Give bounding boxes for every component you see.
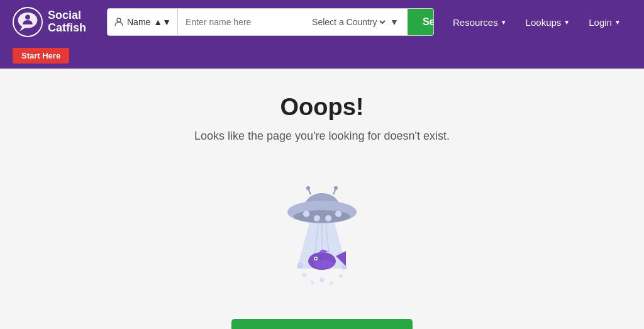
login-arrow: ▼: [614, 19, 621, 26]
svg-point-29: [319, 277, 325, 282]
country-select-dropdown[interactable]: Select a Country United States United Ki…: [309, 16, 387, 28]
error-subtitle: Looks like the page you're looking for d…: [194, 130, 450, 143]
ufo-illustration: [259, 162, 385, 294]
back-to-home-button[interactable]: Back to Home Page: [231, 319, 413, 329]
lookups-arrow: ▼: [564, 19, 570, 26]
svg-point-27: [341, 265, 347, 270]
svg-point-4: [117, 18, 121, 22]
search-type-label: Name: [127, 17, 150, 27]
svg-point-14: [306, 186, 310, 190]
error-title: Ooops!: [280, 94, 364, 121]
search-type-selector[interactable]: Name ▲▼: [108, 9, 178, 35]
svg-point-24: [314, 260, 334, 269]
main-content: Ooops! Looks like the page you're lookin…: [0, 69, 644, 329]
svg-point-1: [18, 13, 38, 28]
start-here-bar: Start Here: [0, 44, 644, 69]
login-link[interactable]: Login ▼: [582, 14, 627, 31]
resources-arrow: ▼: [501, 19, 507, 26]
lookups-link[interactable]: Lookups ▼: [519, 14, 577, 31]
svg-point-30: [311, 281, 314, 284]
ufo-svg: [259, 162, 385, 294]
logo-text: Social Catfish: [48, 9, 86, 35]
svg-point-10: [314, 215, 320, 221]
search-input[interactable]: [178, 9, 303, 35]
person-icon: [114, 17, 124, 27]
navbar: Social Catfish Name ▲▼ Select a Country …: [0, 0, 644, 44]
svg-point-16: [334, 186, 338, 190]
logo-link[interactable]: Social Catfish: [13, 7, 94, 37]
resources-link[interactable]: Resources ▼: [447, 14, 513, 31]
search-bar: Name ▲▼ Select a Country United States U…: [107, 8, 434, 36]
svg-point-25: [297, 262, 303, 269]
logo-social: Social: [48, 9, 86, 22]
svg-point-23: [315, 258, 317, 260]
svg-point-9: [303, 211, 309, 217]
search-type-arrow: ▲▼: [153, 17, 171, 27]
search-button[interactable]: Search: [408, 8, 434, 36]
svg-point-26: [303, 273, 307, 277]
svg-point-3: [25, 14, 30, 20]
country-arrow: ▼: [390, 17, 399, 27]
svg-point-28: [339, 274, 343, 278]
country-selector[interactable]: Select a Country United States United Ki…: [303, 9, 405, 35]
logo-catfish: Catfish: [48, 22, 86, 35]
svg-point-31: [330, 282, 333, 285]
start-here-button[interactable]: Start Here: [13, 48, 69, 64]
logo-icon: [13, 7, 43, 37]
nav-links: Resources ▼ Lookups ▼ Login ▼: [447, 14, 627, 31]
svg-point-11: [325, 215, 331, 221]
svg-point-12: [335, 211, 341, 217]
